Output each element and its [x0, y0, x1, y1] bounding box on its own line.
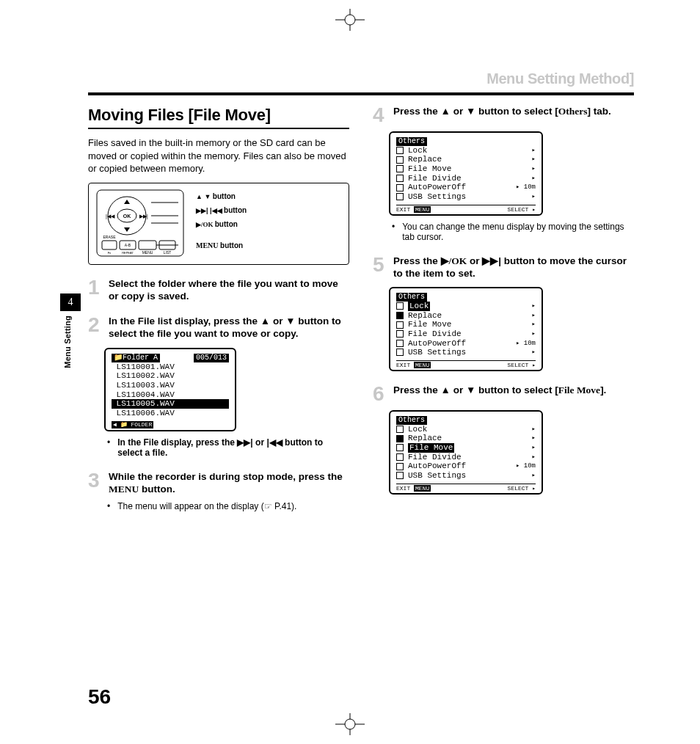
legend-ok: ▶/OK button: [196, 217, 247, 231]
step-5: 5 Press the ▶/OK or ▶▶| button to move t…: [373, 255, 634, 280]
lcd-menu-item: Replace▸: [396, 311, 536, 321]
svg-rect-14: [102, 241, 117, 249]
lcd-menu-item: Lock▸: [396, 146, 536, 156]
step-number: 5: [373, 255, 389, 280]
column-right: 4 Press the ▲ or ▼ button to select [Oth…: [373, 106, 634, 685]
lcd-footer-select: SELECT ▸: [508, 485, 536, 492]
lcd-menu-item: File Move▸: [396, 320, 536, 329]
header-rule: [88, 92, 634, 95]
svg-text:A-B: A-B: [125, 243, 131, 247]
legend-ffrew: ▶▶| |◀◀ button: [196, 203, 247, 217]
lcd-menu-item: AutoPowerOff▸ 10m: [396, 183, 536, 192]
section-heading: Moving Files [File Move]: [88, 106, 349, 129]
lcd-menu-item: Lock▸: [396, 302, 536, 311]
step-text: In the File list display, press the ▲ or…: [109, 316, 349, 340]
svg-rect-20: [139, 241, 156, 249]
lcd-file-row: LS110005.WAV: [112, 399, 229, 409]
svg-text:|◀◀: |◀◀: [106, 214, 115, 219]
lcd-others-menu-step4: OthersLock▸Replace▸File Move▸File Divide…: [389, 131, 543, 216]
lcd-file-row: LS110003.WAV: [112, 381, 229, 390]
crop-mark-top: [328, 9, 372, 31]
lcd-title: Others: [396, 137, 427, 146]
device-button-legend: ▲ ▼ button ▶▶| |◀◀ button ▶/OK button ME…: [196, 189, 247, 252]
step-2-subnote: • In the File display, press the ▶▶| or …: [107, 437, 349, 458]
lcd-others-menu-step5: OthersLock▸Replace▸File Move▸File Divide…: [389, 287, 543, 371]
lcd-menu-item: USB Settings▸: [396, 348, 536, 357]
lcd-footer: ◀ 📁 FOLDER: [112, 421, 153, 428]
crop-mark-bottom: [328, 713, 372, 735]
lcd-file-row: LS110002.WAV: [112, 371, 229, 381]
lcd-file-row: LS110001.WAV: [112, 362, 229, 372]
lcd-file-row: LS110006.WAV: [112, 409, 229, 418]
svg-point-2: [345, 15, 355, 25]
step-text: Press the ▶/OK or ▶▶| button to move the…: [393, 255, 634, 280]
lcd-footer-exit: EXIT MENU: [396, 362, 431, 368]
legend-menu: MENU button: [196, 238, 247, 252]
lcd-header-left: 📁Folder A: [112, 354, 160, 362]
page: Menu Setting Method] 4 Menu Setting Movi…: [0, 0, 700, 744]
legend-updown: ▲ ▼ button: [196, 189, 247, 203]
step-1: 1 Select the folder where the file you w…: [88, 278, 349, 303]
step-3-subnote: • The menu will appear on the display (☞…: [107, 501, 349, 511]
lcd-menu-item: File Move▸: [396, 443, 536, 453]
lcd-title: Others: [396, 416, 427, 425]
step-text: Select the folder where the file you wan…: [109, 278, 349, 303]
lcd-others-menu-step6: OthersLock▸Replace▸File Move▸File Divide…: [389, 410, 543, 495]
lcd-footer-exit: EXIT MENU: [396, 485, 431, 492]
lcd-menu-item: AutoPowerOff▸ 10m: [396, 462, 536, 471]
step-text: While the recorder is during stop mode, …: [109, 471, 349, 496]
svg-text:Fn: Fn: [108, 251, 112, 255]
step-number: 3: [88, 471, 104, 496]
lcd-menu-item: Replace▸: [396, 434, 536, 443]
page-number: 56: [88, 685, 111, 709]
step-4: 4 Press the ▲ or ▼ button to select [Oth…: [373, 106, 634, 124]
lcd-footer-exit: EXIT MENU: [396, 206, 431, 213]
lcd-file-list: 📁Folder A 005/013 LS110001.WAV LS110002.…: [104, 348, 236, 431]
step-text: Press the ▲ or ▼ button to select [Other…: [393, 106, 611, 124]
lcd-menu-item: File Divide▸: [396, 329, 536, 339]
step-number: 4: [373, 106, 389, 124]
lcd-menu-item: Replace▸: [396, 155, 536, 164]
step-6: 6 Press the ▲ or ▼ button to select [Fil…: [373, 384, 634, 403]
step-number: 2: [88, 316, 104, 340]
chapter-side-label: Menu Setting: [63, 316, 72, 368]
running-title: Menu Setting Method]: [486, 70, 634, 87]
svg-text:ERASE: ERASE: [103, 235, 117, 239]
lcd-footer-select: SELECT ▸: [508, 362, 536, 368]
step-4-subnote: •You can change the menu display by movi…: [392, 222, 634, 242]
step-text: Press the ▲ or ▼ button to select [File …: [393, 384, 606, 403]
lcd-title: Others: [396, 293, 427, 302]
device-illustration: OK |◀◀ ▶▶| ERASE A-B REPEAT Fn MENU: [96, 189, 184, 257]
device-callout: OK |◀◀ ▶▶| ERASE A-B REPEAT Fn MENU: [88, 183, 349, 265]
step-number: 1: [88, 278, 104, 303]
svg-text:REPEAT: REPEAT: [122, 251, 134, 255]
lcd-header-right: 005/013: [194, 354, 229, 362]
chapter-tab: 4: [60, 293, 81, 311]
lcd-menu-item: Lock▸: [396, 425, 536, 434]
svg-text:OK: OK: [123, 214, 131, 219]
lcd-menu-item: File Divide▸: [396, 174, 536, 183]
step-2: 2 In the File list display, press the ▲ …: [88, 316, 349, 340]
lcd-menu-item: USB Settings▸: [396, 192, 536, 202]
lcd-file-row: LS110004.WAV: [112, 390, 229, 400]
svg-point-5: [345, 719, 355, 729]
column-left: Moving Files [File Move] Files saved in …: [88, 106, 349, 685]
svg-text:MENU: MENU: [142, 250, 153, 255]
lcd-menu-item: AutoPowerOff▸ 10m: [396, 339, 536, 349]
svg-text:LIST: LIST: [164, 250, 172, 255]
svg-text:▶▶|: ▶▶|: [139, 214, 148, 219]
intro-paragraph: Files saved in the built-in memory or th…: [88, 136, 349, 175]
lcd-footer-select: SELECT ▸: [508, 206, 536, 213]
content-columns: Moving Files [File Move] Files saved in …: [88, 106, 634, 685]
lcd-menu-item: USB Settings▸: [396, 471, 536, 481]
lcd-menu-item: File Move▸: [396, 164, 536, 174]
step-number: 6: [373, 384, 389, 403]
step-3: 3 While the recorder is during stop mode…: [88, 471, 349, 496]
lcd-menu-item: File Divide▸: [396, 453, 536, 462]
